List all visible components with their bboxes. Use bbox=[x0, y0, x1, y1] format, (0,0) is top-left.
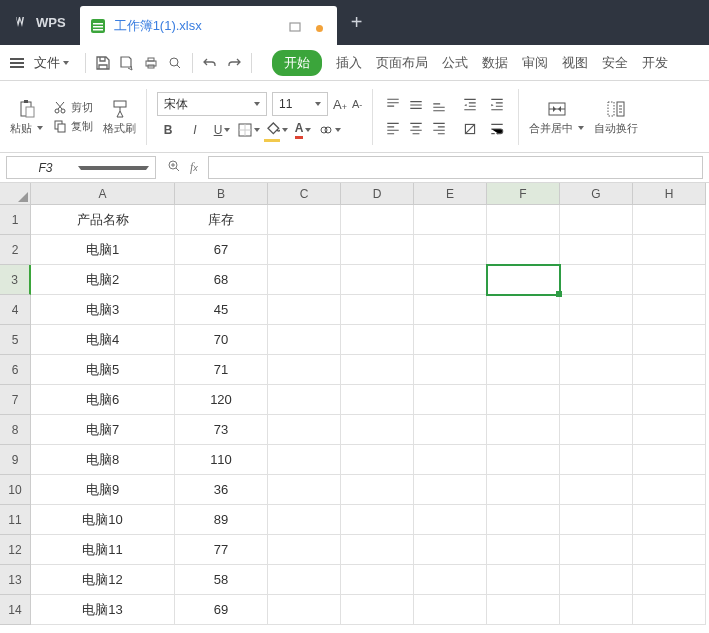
font-select[interactable]: 宋体 bbox=[157, 92, 267, 116]
copy-button[interactable]: 复制 bbox=[53, 119, 93, 134]
cell[interactable]: 70 bbox=[175, 325, 268, 355]
align-right-icon[interactable] bbox=[429, 118, 449, 138]
cell[interactable]: 电脑3 bbox=[31, 295, 175, 325]
increase-font-icon[interactable]: A+ bbox=[333, 97, 347, 112]
tab-review[interactable]: 审阅 bbox=[522, 54, 548, 72]
formula-input[interactable] bbox=[208, 156, 703, 179]
cell[interactable] bbox=[633, 355, 706, 385]
cell[interactable] bbox=[487, 205, 560, 235]
col-header[interactable]: F bbox=[487, 183, 560, 205]
tab-dev[interactable]: 开发 bbox=[642, 54, 668, 72]
cell[interactable] bbox=[341, 535, 414, 565]
cell[interactable]: 120 bbox=[175, 385, 268, 415]
cell[interactable] bbox=[633, 445, 706, 475]
italic-button[interactable]: I bbox=[184, 119, 206, 141]
cell[interactable] bbox=[414, 595, 487, 625]
tab-start[interactable]: 开始 bbox=[272, 50, 322, 76]
cell[interactable] bbox=[560, 385, 633, 415]
row-header[interactable]: 8 bbox=[0, 415, 31, 445]
cell[interactable] bbox=[487, 295, 560, 325]
save-as-icon[interactable] bbox=[118, 54, 136, 72]
cell[interactable]: 73 bbox=[175, 415, 268, 445]
cell[interactable] bbox=[414, 235, 487, 265]
cell[interactable] bbox=[560, 295, 633, 325]
cell[interactable]: 45 bbox=[175, 295, 268, 325]
col-header[interactable]: C bbox=[268, 183, 341, 205]
cell[interactable] bbox=[560, 415, 633, 445]
cell[interactable] bbox=[487, 265, 560, 295]
col-header[interactable]: D bbox=[341, 183, 414, 205]
format-painter-button[interactable]: 格式刷 bbox=[103, 98, 136, 136]
cell[interactable] bbox=[560, 595, 633, 625]
cell[interactable] bbox=[560, 475, 633, 505]
cell[interactable] bbox=[487, 445, 560, 475]
cell[interactable] bbox=[414, 565, 487, 595]
cell[interactable]: 电脑13 bbox=[31, 595, 175, 625]
orientation-icon[interactable] bbox=[459, 118, 481, 140]
row-header[interactable]: 12 bbox=[0, 535, 31, 565]
hamburger-menu-icon[interactable] bbox=[10, 58, 24, 68]
cell[interactable] bbox=[560, 445, 633, 475]
row-header[interactable]: 11 bbox=[0, 505, 31, 535]
font-size-select[interactable]: 11 bbox=[272, 92, 328, 116]
cell[interactable] bbox=[560, 265, 633, 295]
print-preview-icon[interactable] bbox=[166, 54, 184, 72]
cell[interactable] bbox=[341, 475, 414, 505]
cell[interactable] bbox=[633, 265, 706, 295]
tab-insert[interactable]: 插入 bbox=[336, 54, 362, 72]
cell[interactable] bbox=[487, 565, 560, 595]
zoom-icon[interactable] bbox=[166, 158, 182, 177]
row-header[interactable]: 1 bbox=[0, 205, 31, 235]
cell[interactable] bbox=[560, 235, 633, 265]
new-tab-button[interactable]: + bbox=[337, 0, 377, 45]
col-header[interactable]: E bbox=[414, 183, 487, 205]
cell[interactable] bbox=[268, 325, 341, 355]
col-header[interactable]: H bbox=[633, 183, 706, 205]
cell[interactable] bbox=[414, 505, 487, 535]
cell[interactable] bbox=[633, 205, 706, 235]
cell[interactable] bbox=[487, 505, 560, 535]
row-header[interactable]: 9 bbox=[0, 445, 31, 475]
row-header[interactable]: 2 bbox=[0, 235, 31, 265]
undo-icon[interactable] bbox=[201, 54, 219, 72]
cell[interactable] bbox=[487, 475, 560, 505]
cell[interactable] bbox=[560, 325, 633, 355]
cell[interactable] bbox=[560, 535, 633, 565]
redo-icon[interactable] bbox=[225, 54, 243, 72]
cell[interactable] bbox=[633, 295, 706, 325]
cell[interactable] bbox=[414, 325, 487, 355]
cell[interactable]: 71 bbox=[175, 355, 268, 385]
cell[interactable]: 电脑12 bbox=[31, 565, 175, 595]
cell[interactable]: 电脑10 bbox=[31, 505, 175, 535]
cell[interactable] bbox=[633, 325, 706, 355]
cell[interactable] bbox=[633, 415, 706, 445]
name-box[interactable]: F3 bbox=[6, 156, 156, 179]
indent-increase-icon[interactable] bbox=[486, 93, 508, 115]
underline-button[interactable]: U bbox=[211, 119, 233, 141]
row-header[interactable]: 4 bbox=[0, 295, 31, 325]
cell[interactable] bbox=[487, 385, 560, 415]
cell[interactable] bbox=[341, 355, 414, 385]
cell[interactable] bbox=[414, 205, 487, 235]
bold-button[interactable]: B bbox=[157, 119, 179, 141]
cell[interactable] bbox=[268, 445, 341, 475]
align-bottom-icon[interactable] bbox=[429, 95, 449, 115]
cell[interactable]: 产品名称 bbox=[31, 205, 175, 235]
indent-decrease-icon[interactable] bbox=[459, 93, 481, 115]
document-tab-active[interactable]: 工作簿1(1).xlsx bbox=[80, 6, 337, 45]
cell[interactable] bbox=[414, 445, 487, 475]
row-header[interactable]: 13 bbox=[0, 565, 31, 595]
cell[interactable]: 36 bbox=[175, 475, 268, 505]
cell[interactable]: 68 bbox=[175, 265, 268, 295]
select-all-corner[interactable] bbox=[0, 183, 31, 205]
wrap-text-icon[interactable] bbox=[486, 118, 508, 140]
cell[interactable] bbox=[268, 265, 341, 295]
cell[interactable] bbox=[487, 415, 560, 445]
file-menu[interactable]: 文件 bbox=[34, 54, 69, 72]
cell[interactable] bbox=[487, 595, 560, 625]
cell[interactable] bbox=[341, 265, 414, 295]
wrap-button[interactable]: 自动换行 bbox=[594, 98, 638, 136]
cell[interactable]: 电脑6 bbox=[31, 385, 175, 415]
cell[interactable] bbox=[414, 295, 487, 325]
cell[interactable] bbox=[341, 295, 414, 325]
